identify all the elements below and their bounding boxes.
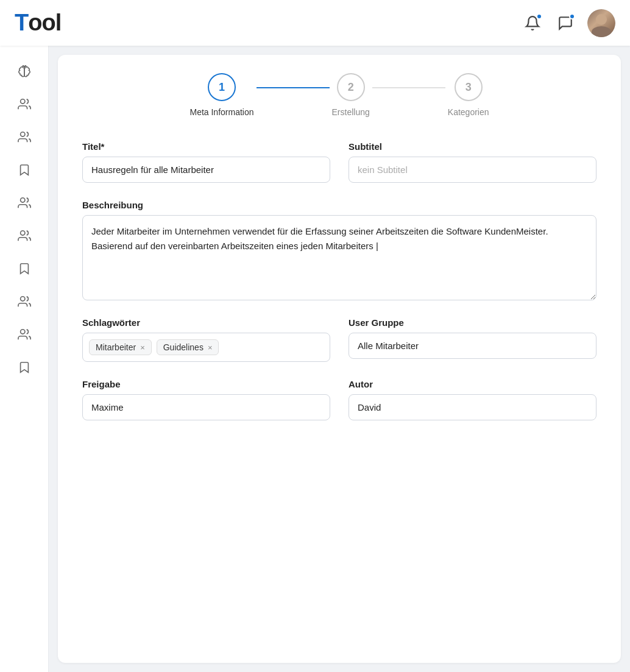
form-group-freigabe: Freigabe xyxy=(82,379,330,420)
beschreibung-label: Beschreibung xyxy=(82,200,596,210)
form-row-schlagwoerter: Schlagwörter Mitarbeiter × Guidelines × … xyxy=(82,317,596,362)
sidebar xyxy=(0,46,49,672)
bookmark-icon-3 xyxy=(18,361,31,374)
sidebar-item-brain[interactable] xyxy=(9,58,40,85)
subtitel-label: Subtitel xyxy=(349,141,596,152)
notification-button[interactable] xyxy=(522,12,543,34)
sidebar-item-group-2[interactable] xyxy=(9,222,40,249)
sidebar-item-bookmark-2[interactable] xyxy=(9,255,40,282)
users-list-icon-2 xyxy=(18,196,31,210)
titel-input[interactable] xyxy=(82,157,330,183)
step-line-2 xyxy=(372,87,445,88)
logo-rest: ool xyxy=(28,10,61,36)
step-3: 3 Kategorien xyxy=(448,73,489,117)
step-3-circle: 3 xyxy=(455,73,483,101)
main-content: 1 Meta Information 2 Erstellung 3 Katego… xyxy=(58,55,621,663)
bookmark-icon-2 xyxy=(18,262,31,275)
user-gruppe-label: User Gruppe xyxy=(349,317,596,328)
step-2-circle: 2 xyxy=(337,73,365,101)
avatar-image xyxy=(587,9,615,37)
group-icon-1 xyxy=(18,130,31,144)
sidebar-item-group-1[interactable] xyxy=(9,124,40,150)
form-row-freigabe: Freigabe Autor xyxy=(82,379,596,420)
form-group-beschreibung: Beschreibung Jeder Mitarbeiter im Untern… xyxy=(82,200,596,300)
tag-mitarbeiter-remove[interactable]: × xyxy=(140,344,145,352)
avatar[interactable] xyxy=(587,9,615,37)
step-1-label: Meta Information xyxy=(189,107,253,117)
form-row-beschreibung: Beschreibung Jeder Mitarbeiter im Untern… xyxy=(82,200,596,300)
freigabe-input[interactable] xyxy=(82,394,330,420)
sidebar-item-bookmark-3[interactable] xyxy=(9,354,40,381)
freigabe-label: Freigabe xyxy=(82,379,330,389)
group-icon-3 xyxy=(18,328,31,341)
tag-mitarbeiter: Mitarbeiter × xyxy=(89,339,152,355)
sidebar-item-bookmark-1[interactable] xyxy=(9,157,40,183)
form-group-user-gruppe: User Gruppe xyxy=(349,317,596,362)
svg-point-4 xyxy=(20,297,24,301)
schlagwoerter-label: Schlagwörter xyxy=(82,317,330,328)
form-row-titel: Titel* Subtitel xyxy=(82,141,596,183)
bookmark-icon-1 xyxy=(18,163,31,177)
sidebar-item-users-1[interactable] xyxy=(9,91,40,118)
sidebar-item-group-3[interactable] xyxy=(9,321,40,348)
step-line-1 xyxy=(257,87,330,88)
stepper: 1 Meta Information 2 Erstellung 3 Katego… xyxy=(82,73,596,117)
svg-point-0 xyxy=(20,99,24,104)
brain-icon xyxy=(18,65,31,78)
logo: Tool xyxy=(15,10,61,36)
header: Tool xyxy=(0,0,630,46)
svg-point-1 xyxy=(20,132,24,136)
sidebar-item-users-3[interactable] xyxy=(9,288,40,315)
step-2-label: Erstellung xyxy=(332,107,370,117)
form-group-schlagwoerter: Schlagwörter Mitarbeiter × Guidelines × xyxy=(82,317,330,362)
users-list-icon-3 xyxy=(18,295,31,308)
tags-input[interactable]: Mitarbeiter × Guidelines × xyxy=(82,333,330,362)
step-3-label: Kategorien xyxy=(448,107,489,117)
user-gruppe-input[interactable] xyxy=(349,333,596,359)
group-icon-2 xyxy=(18,229,31,242)
beschreibung-textarea[interactable]: Jeder Mitarbeiter im Unternehmen verwend… xyxy=(82,215,596,300)
autor-input[interactable] xyxy=(349,394,596,420)
svg-point-5 xyxy=(20,330,24,334)
autor-label: Autor xyxy=(349,379,596,389)
logo-t: T xyxy=(15,10,28,36)
step-1-circle: 1 xyxy=(208,73,236,101)
form-group-titel: Titel* xyxy=(82,141,330,183)
tag-guidelines-label: Guidelines xyxy=(163,342,204,352)
svg-point-3 xyxy=(20,231,24,235)
header-right xyxy=(522,9,615,37)
tag-mitarbeiter-label: Mitarbeiter xyxy=(96,342,136,352)
messages-button[interactable] xyxy=(554,12,576,34)
step-1: 1 Meta Information xyxy=(189,73,253,117)
message-badge xyxy=(569,13,575,19)
tag-guidelines: Guidelines × xyxy=(157,339,219,355)
notification-badge xyxy=(536,13,542,19)
sidebar-item-users-2[interactable] xyxy=(9,189,40,216)
subtitel-input[interactable] xyxy=(349,157,596,183)
svg-point-2 xyxy=(20,198,24,202)
tag-guidelines-remove[interactable]: × xyxy=(208,344,213,352)
step-2: 2 Erstellung xyxy=(332,73,370,117)
form-group-autor: Autor xyxy=(349,379,596,420)
form-group-subtitel: Subtitel xyxy=(349,141,596,183)
layout: 1 Meta Information 2 Erstellung 3 Katego… xyxy=(0,46,630,672)
users-list-icon-1 xyxy=(18,97,31,111)
titel-label: Titel* xyxy=(82,141,330,152)
